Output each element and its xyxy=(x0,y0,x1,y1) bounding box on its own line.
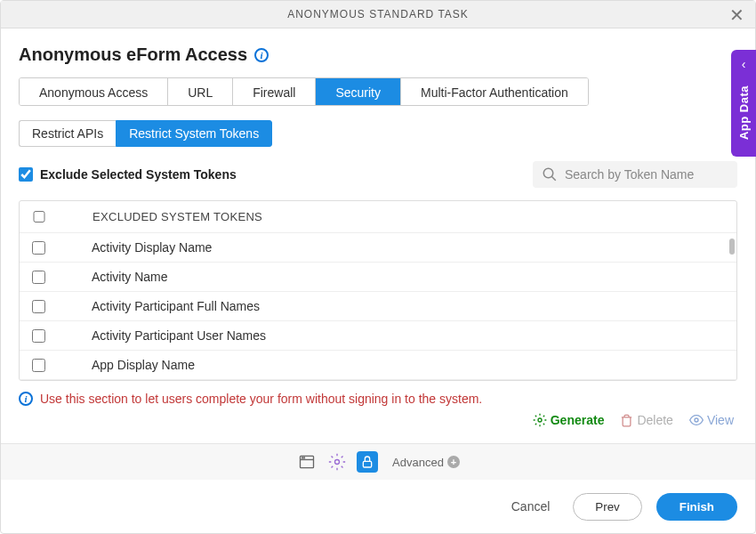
titlebar-text: ANONYMOUS STANDARD TASK xyxy=(287,8,469,20)
content: Anonymous eForm Access i Anonymous Acces… xyxy=(1,28,755,427)
exclude-checkbox[interactable] xyxy=(19,167,33,182)
search-icon xyxy=(542,166,558,182)
footer: Cancel Prev Finish xyxy=(1,480,755,533)
dialog: ANONYMOUS STANDARD TASK ✕ Anonymous eFor… xyxy=(0,0,756,534)
table-header: EXCLUDED SYSTEM TOKENS xyxy=(20,201,736,233)
page-title-row: Anonymous eForm Access i xyxy=(19,44,737,65)
view-button[interactable]: View xyxy=(689,413,734,427)
chevron-left-icon: ‹ xyxy=(742,57,746,71)
side-tab-label: App Data xyxy=(737,85,751,140)
settings-icon[interactable] xyxy=(326,451,348,473)
svg-point-2 xyxy=(538,418,542,422)
table-row: Activity Participant User Names xyxy=(20,321,736,351)
table-row: Activity Participant Full Names xyxy=(20,292,736,321)
table-header-label: EXCLUDED SYSTEM TOKENS xyxy=(92,210,262,223)
lock-icon[interactable] xyxy=(357,451,378,473)
row-label: App Display Name xyxy=(92,358,195,372)
row-label: Activity Participant Full Names xyxy=(92,299,260,313)
svg-point-3 xyxy=(695,418,698,422)
prev-button[interactable]: Prev xyxy=(573,493,641,521)
titlebar: ANONYMOUS STANDARD TASK ✕ xyxy=(1,1,755,28)
info-icon[interactable]: i xyxy=(254,48,269,62)
row-checkbox[interactable] xyxy=(32,359,45,372)
controls-row: Exclude Selected System Tokens xyxy=(19,161,737,188)
subtab-restrict-system-tokens[interactable]: Restrict System Tokens xyxy=(116,120,272,147)
table-body[interactable]: Activity Display Name Activity Name Acti… xyxy=(20,233,736,380)
main-tabs: Anonymous Access URL Firewall Security M… xyxy=(19,77,589,106)
row-checkbox[interactable] xyxy=(32,329,45,343)
info-icon: i xyxy=(19,392,33,406)
subtab-restrict-apis[interactable]: Restrict APIs xyxy=(19,120,116,147)
row-label: Activity Name xyxy=(92,270,168,284)
svg-point-7 xyxy=(304,457,305,458)
search-input[interactable] xyxy=(565,167,728,182)
sub-tabs: Restrict APIs Restrict System Tokens xyxy=(19,120,737,147)
row-checkbox[interactable] xyxy=(32,271,45,284)
tab-mfa[interactable]: Multi-Factor Authentication xyxy=(401,78,588,105)
table-row: Activity Display Name xyxy=(20,233,736,263)
tab-anonymous-access[interactable]: Anonymous Access xyxy=(20,78,168,105)
page-title: Anonymous eForm Access xyxy=(19,44,247,65)
svg-line-1 xyxy=(551,176,556,181)
table-row: App Display Name xyxy=(20,351,736,380)
actions-row: Generate Delete View xyxy=(19,413,737,427)
gear-icon xyxy=(533,413,547,427)
tab-url[interactable]: URL xyxy=(168,78,233,105)
row-label: Activity Display Name xyxy=(92,240,212,255)
hint-text: Use this section to let users complete y… xyxy=(40,392,482,406)
scrollbar-thumb[interactable] xyxy=(729,239,735,255)
tab-security[interactable]: Security xyxy=(316,78,401,105)
row-checkbox[interactable] xyxy=(32,241,45,255)
hint-row: i Use this section to let users complete… xyxy=(19,392,737,406)
row-checkbox[interactable] xyxy=(32,300,45,313)
exclude-label: Exclude Selected System Tokens xyxy=(40,167,237,182)
table-row: Activity Name xyxy=(20,263,736,292)
delete-button[interactable]: Delete xyxy=(620,413,672,427)
plus-icon: + xyxy=(447,456,460,468)
delete-label: Delete xyxy=(637,413,672,427)
generate-label: Generate xyxy=(551,413,605,427)
window-icon[interactable] xyxy=(296,451,318,473)
generate-button[interactable]: Generate xyxy=(533,413,605,427)
view-label: View xyxy=(707,413,734,427)
svg-rect-9 xyxy=(363,461,371,467)
row-label: Activity Participant User Names xyxy=(92,328,266,343)
cancel-button[interactable]: Cancel xyxy=(503,492,559,521)
exclude-checkbox-group: Exclude Selected System Tokens xyxy=(19,167,237,182)
svg-point-8 xyxy=(335,460,340,465)
svg-point-0 xyxy=(543,168,553,178)
trash-icon xyxy=(620,414,633,427)
tab-firewall[interactable]: Firewall xyxy=(233,78,316,105)
tokens-table: EXCLUDED SYSTEM TOKENS Activity Display … xyxy=(19,200,737,381)
select-all-checkbox[interactable] xyxy=(32,211,46,222)
advanced-label: Advanced xyxy=(392,456,444,469)
svg-point-6 xyxy=(302,457,303,458)
close-icon[interactable]: ✕ xyxy=(729,6,744,24)
advanced-toggle[interactable]: Advanced + xyxy=(392,456,460,469)
toolbar-strip: Advanced + xyxy=(1,443,755,480)
search-box xyxy=(533,161,737,188)
finish-button[interactable]: Finish xyxy=(656,493,737,521)
side-tab-app-data[interactable]: ‹ App Data xyxy=(731,50,756,157)
eye-icon xyxy=(689,413,704,427)
